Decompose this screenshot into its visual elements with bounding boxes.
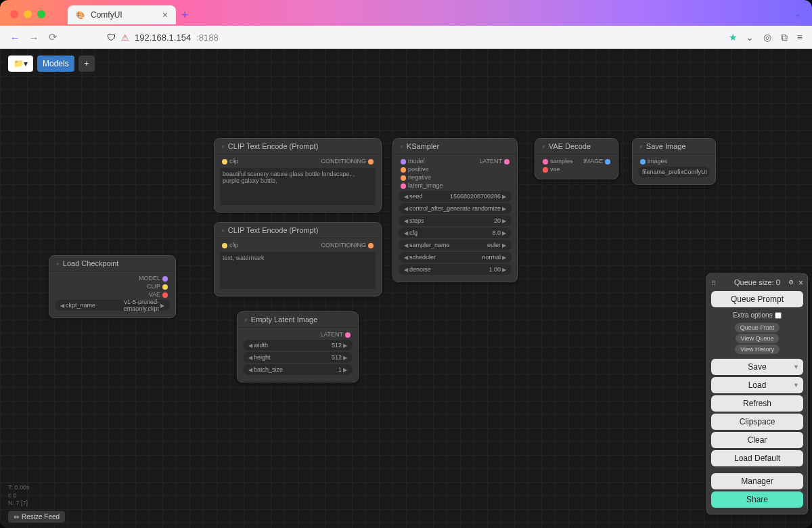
queue-front-button[interactable]: Queue Front [735,323,780,332]
resize-feed-button[interactable]: ⇔Resize Feed [8,511,65,523]
stat-time: T: 0.00s [8,484,30,492]
view-history-button[interactable]: View History [735,345,780,354]
node-title: Save Image [633,139,715,154]
queue-size-label: Queue size: 0 [734,278,780,286]
port-clip-icon[interactable] [162,284,168,290]
widget-cfg[interactable]: ◀cfg8.0▶ [399,227,512,238]
widget-scheduler[interactable]: ◀schedulernormal▶ [399,252,512,263]
models-button[interactable]: Models [37,56,74,72]
lock-insecure-icon[interactable]: ⚠ [121,32,129,43]
url-host: 192.168.1.154 [135,32,191,43]
node-save-image[interactable]: Save Image images filename_prefixComfyUI [632,138,716,185]
widget-filename-prefix[interactable]: filename_prefixComfyUI [638,167,710,177]
prompt-textarea[interactable] [220,252,376,289]
port-vae-icon[interactable] [543,167,548,173]
node-clip-encode-negative[interactable]: CLIP Text Encode (Prompt) clipCONDITIONI… [214,222,382,296]
port-latent-icon[interactable] [504,159,510,164]
panel-close-icon[interactable]: × [798,278,803,288]
chrome-dropdown-icon[interactable]: ⌄ [794,8,802,19]
node-ksampler[interactable]: KSampler modelLATENT positive negative l… [392,138,518,282]
canvas-stats: T: 0.00s I: 0 N: 7 [7] [8,484,30,508]
port-image-icon[interactable] [605,159,610,164]
manager-button[interactable]: Manager [711,473,803,489]
load-default-button[interactable]: Load Default [711,450,803,466]
port-vae-icon[interactable] [162,292,168,298]
share-button[interactable]: Share [711,491,803,508]
folder-dropdown: ▾ [24,59,28,68]
url-bar[interactable]: 🛡 ⚠ 192.168.1.154:8188 [107,32,721,43]
widget-denoise[interactable]: ◀denoise1.00▶ [399,264,512,275]
window-controls [10,10,45,18]
widget-batch-size[interactable]: ◀batch_size1▶ [243,364,353,375]
dropdown-icon[interactable]: ▼ [793,382,799,389]
node-load-checkpoint[interactable]: Load Checkpoint MODEL CLIP VAE ◀ckpt_nam… [49,255,176,318]
settings-gear-icon[interactable]: ⚙ [788,279,794,286]
widget-ckpt-name[interactable]: ◀ckpt_namev1-5-pruned-emaonly.ckpt▶ [55,300,170,311]
port-clip-icon[interactable] [222,159,227,164]
node-title: VAE Decode [535,139,618,154]
arrow-left-icon[interactable]: ◀ [59,303,66,309]
port-latent-in-icon[interactable] [401,183,406,189]
save-button[interactable]: Save▼ [711,359,803,375]
widget-steps[interactable]: ◀steps20▶ [399,215,512,226]
port-model-icon[interactable] [401,159,406,164]
out-vae: VAE [149,291,160,298]
port-conditioning-icon[interactable] [368,159,374,164]
node-title: CLIP Text Encode (Prompt) [215,139,381,154]
shield-icon[interactable]: 🛡 [107,32,116,43]
port-latent-icon[interactable] [345,332,351,338]
clipspace-button[interactable]: Clipspace [711,414,803,430]
extra-options-row[interactable]: Extra options [711,309,803,321]
window-maximize[interactable] [37,10,45,18]
stat-iterations: I: 0 [8,492,30,500]
widget-control-after-generate[interactable]: ◀control_after_generaterandomize▶ [399,203,512,214]
widget-seed[interactable]: ◀seed156680208700286▶ [399,191,512,202]
add-node-button[interactable]: + [78,56,95,72]
port-model-icon[interactable] [162,276,168,282]
window-minimize[interactable] [24,10,32,18]
queue-prompt-button[interactable]: Queue Prompt [711,291,803,307]
nav-forward-icon[interactable]: → [28,32,39,43]
folder-menu-button[interactable]: 📁▾ [8,56,33,72]
node-title: Load Checkpoint [49,256,175,271]
prompt-textarea[interactable] [220,168,376,205]
comfyui-canvas[interactable]: 📁▾ Models + Load Checkpoint MODEL CLIP V… [0,49,812,528]
browser-tab[interactable]: 🎨 ComfyUI × [68,5,176,24]
port-conditioning-icon[interactable] [368,243,374,248]
nav-back-icon[interactable]: ← [9,32,20,43]
refresh-button[interactable]: Refresh [711,395,803,412]
node-clip-encode-positive[interactable]: CLIP Text Encode (Prompt) clipCONDITIONI… [214,138,382,213]
widget-width[interactable]: ◀width512▶ [243,340,353,351]
clear-button[interactable]: Clear [711,432,803,448]
panel-drag-handle-icon[interactable]: ⠿ [711,280,716,287]
port-negative-icon[interactable] [401,175,406,181]
window-close[interactable] [10,10,18,18]
nav-reload-icon[interactable]: ⟳ [47,31,58,43]
hamburger-icon[interactable]: ≡ [797,32,803,43]
arrow-right-icon[interactable]: ▶ [159,303,166,309]
new-tab-button[interactable]: + [181,8,189,22]
account-icon[interactable]: ◎ [763,32,771,43]
node-empty-latent[interactable]: Empty Latent Image LATENT ◀width512▶ ◀he… [237,311,359,382]
extra-options-checkbox[interactable] [775,312,782,319]
pocket-icon[interactable]: ⌄ [746,32,754,43]
widget-height[interactable]: ◀height512▶ [243,352,353,363]
tab-close-icon[interactable]: × [162,9,168,20]
dropdown-icon[interactable]: ▼ [793,364,799,370]
view-queue-button[interactable]: View Queue [736,334,780,343]
out-model: MODEL [139,275,160,282]
port-samples-icon[interactable] [543,159,548,164]
port-images-icon[interactable] [640,159,646,164]
stat-nodes: N: 7 [7] [8,500,30,508]
control-panel[interactable]: ⠿ Queue size: 0 ⚙ × Queue Prompt Extra o… [706,273,808,514]
tab-title: ComfyUI [91,10,122,20]
widget-sampler-name[interactable]: ◀sampler_nameeuler▶ [399,240,512,250]
tab-bar: 🎨 ComfyUI × + [68,5,189,24]
resize-icon: ⇔ [14,513,19,521]
node-vae-decode[interactable]: VAE Decode samplesIMAGE vae [535,138,618,179]
load-button[interactable]: Load▼ [711,377,803,393]
port-positive-icon[interactable] [401,167,406,173]
extensions-icon[interactable]: ⧉ [781,32,788,43]
port-clip-icon[interactable] [222,243,227,248]
bookmark-star-icon[interactable]: ★ [729,32,738,43]
